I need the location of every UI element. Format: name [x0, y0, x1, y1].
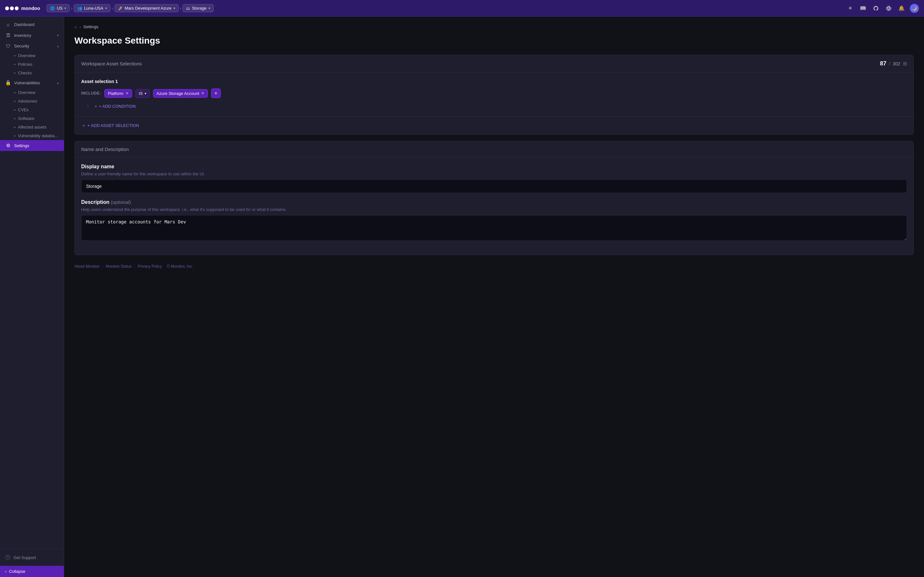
nav-workspace[interactable]: 🗂 Storage ▾	[183, 4, 214, 12]
main-content: ⌂ › Settings Workspace Settings Workspac…	[64, 17, 924, 577]
chevron-down-icon: ▾	[105, 6, 107, 10]
nav-org[interactable]: 👥 Luna-USA ▾	[74, 4, 110, 12]
chevron-down-icon: ▾	[57, 34, 59, 37]
sidebar-sub-label: CVEs	[18, 107, 29, 112]
dot-icon	[14, 118, 15, 119]
sidebar-sub-label: Vulnerability databa...	[18, 133, 58, 138]
display-name-input[interactable]	[81, 179, 907, 193]
github-icon[interactable]	[871, 4, 880, 13]
collapse-arrow-icon: ‹	[5, 569, 6, 574]
description-field: Description (optional) Help users unders…	[81, 199, 907, 242]
main-layout: ⌂ Dashboard ☰ Inventory ▾ 🛡 Security ▴ O…	[0, 17, 924, 577]
add-condition-plus-button[interactable]: +	[211, 89, 221, 98]
book-icon[interactable]: 📖	[859, 4, 867, 13]
chevron-up-icon: ▴	[57, 44, 59, 48]
sun-icon[interactable]: ☀	[846, 4, 855, 13]
workspace-icon: 🗂	[186, 6, 190, 11]
sidebar-item-vuln-overview[interactable]: Overview	[14, 88, 64, 97]
name-description-header: Name and Description	[75, 141, 913, 157]
azure-chip-label: Azure Storage Account	[157, 91, 199, 96]
sidebar-item-checks[interactable]: Checks	[14, 69, 64, 77]
nav-workspace-label: Storage	[192, 6, 207, 11]
section-header: Workspace Asset Selections 87 / 302 ⊞	[75, 55, 913, 73]
sidebar-sub-label: Overview	[18, 90, 35, 95]
asset-count: 87 / 302 ⊞	[880, 60, 907, 67]
sidebar-item-label: Settings	[14, 143, 59, 148]
sidebar-item-dashboard[interactable]: ⌂ Dashboard	[0, 19, 64, 30]
collapse-label: Collapse	[9, 569, 25, 574]
add-asset-selection-label: + ADD ASSET SELECTION	[87, 123, 139, 128]
security-icon: 🛡	[5, 43, 11, 49]
platform-chip-label: Platform	[108, 91, 123, 96]
footer-sep-1: ·	[102, 264, 103, 269]
name-description-title: Name and Description	[81, 147, 129, 152]
add-asset-selection-button[interactable]: + + ADD ASSET SELECTION	[81, 122, 140, 129]
nav-sep-3: ›	[180, 6, 182, 11]
sidebar-item-get-support[interactable]: ? Get Support	[5, 553, 59, 562]
collapse-button[interactable]: ‹ Collapse	[0, 566, 64, 577]
user-avatar[interactable]: 🌙	[910, 4, 919, 13]
nav-region[interactable]: 🌐 US ▾	[47, 4, 69, 12]
dot-icon	[14, 55, 15, 56]
sidebar-item-security-overview[interactable]: Overview	[14, 51, 64, 60]
footer-sep-2: ·	[134, 264, 135, 269]
breadcrumb: ⌂ › Settings	[74, 24, 914, 29]
sidebar-sub-label: Software	[18, 116, 34, 121]
sidebar-nav: ⌂ Dashboard ☰ Inventory ▾ 🛡 Security ▴ O…	[0, 17, 64, 549]
add-condition-button[interactable]: + + ADD CONDITION	[92, 103, 138, 110]
bell-icon[interactable]: 🔔	[897, 4, 906, 13]
nav-org-label: Luna-USA	[84, 6, 103, 11]
display-name-label: Display name	[81, 164, 907, 169]
sidebar-sub-label: Affected assets	[18, 125, 47, 129]
sidebar-item-vuln-database[interactable]: Vulnerability databa...	[14, 131, 64, 140]
logo[interactable]: mondoo	[5, 5, 40, 11]
is-chip[interactable]: IS ▾	[136, 89, 150, 98]
slack-icon[interactable]	[884, 4, 893, 13]
nav-sep-1: ›	[71, 6, 73, 11]
dot-icon	[14, 92, 15, 93]
azure-chip[interactable]: Azure Storage Account ✕	[153, 89, 208, 98]
plus-icon: +	[95, 104, 97, 109]
sidebar-item-advisories[interactable]: Advisories	[14, 97, 64, 105]
nav-right: ☀ 📖 🔔 🌙	[846, 4, 919, 13]
description-hint: Help users understand the purpose of thi…	[81, 207, 907, 212]
platform-chip[interactable]: Platform ✕	[104, 89, 132, 98]
asset-count-current: 87	[880, 60, 887, 67]
footer-links: About Mondoo · Mondoo Status · Privacy P…	[74, 261, 914, 274]
home-icon[interactable]: ⌂	[74, 24, 77, 29]
about-link[interactable]: About Mondoo	[74, 264, 99, 269]
sidebar-item-label: Security	[14, 44, 54, 48]
asset-selection-1-title: Asset selection 1	[81, 79, 907, 84]
space-icon: 🚀	[118, 6, 123, 11]
sidebar-item-cves[interactable]: CVEs	[14, 105, 64, 114]
sidebar-item-affected-assets[interactable]: Affected assets	[14, 123, 64, 131]
form-section: Display name Define a user-friendly name…	[75, 157, 913, 255]
sidebar-item-label: Vulnerabilities	[14, 81, 54, 85]
description-input[interactable]: Monitor storage accounts for Mars Dev	[81, 215, 907, 241]
chevron-down-icon: ▾	[208, 6, 210, 10]
logo-text: mondoo	[21, 5, 40, 11]
dot-icon	[14, 101, 15, 102]
sidebar-item-security[interactable]: 🛡 Security ▴	[0, 41, 64, 51]
sidebar-item-vulnerabilities[interactable]: 🔒 Vulnerabilities ▴	[0, 77, 64, 88]
sidebar-sub-label: Policies	[18, 62, 32, 67]
nav-space[interactable]: 🚀 Mars Development Azure ▾	[115, 4, 179, 12]
chevron-up-icon: ▴	[57, 81, 59, 85]
privacy-link[interactable]: Privacy Policy	[137, 264, 162, 269]
asset-count-total: 302	[893, 61, 900, 66]
dot-icon	[14, 109, 15, 111]
status-link[interactable]: Mondoo Status	[105, 264, 132, 269]
page-title: Workspace Settings	[74, 35, 914, 46]
nav-breadcrumb: 🌐 US ▾ › 👥 Luna-USA ▾ › 🚀 Mars Developme…	[47, 4, 843, 12]
platform-chip-close[interactable]: ✕	[126, 91, 129, 95]
sidebar-item-software[interactable]: Software	[14, 114, 64, 123]
azure-chip-close[interactable]: ✕	[201, 91, 204, 95]
sidebar-item-settings[interactable]: ⚙ Settings	[0, 140, 64, 151]
workspace-asset-selections-title: Workspace Asset Selections	[81, 61, 142, 66]
sidebar-item-inventory[interactable]: ☰ Inventory ▾	[0, 30, 64, 41]
sidebar-item-policies[interactable]: Policies	[14, 60, 64, 69]
sidebar-item-label: Inventory	[14, 33, 54, 38]
plus-icon: +	[82, 123, 85, 128]
top-nav: mondoo 🌐 US ▾ › 👥 Luna-USA ▾ › 🚀 Mars De…	[0, 0, 924, 17]
add-condition-label: + ADD CONDITION	[99, 104, 136, 109]
